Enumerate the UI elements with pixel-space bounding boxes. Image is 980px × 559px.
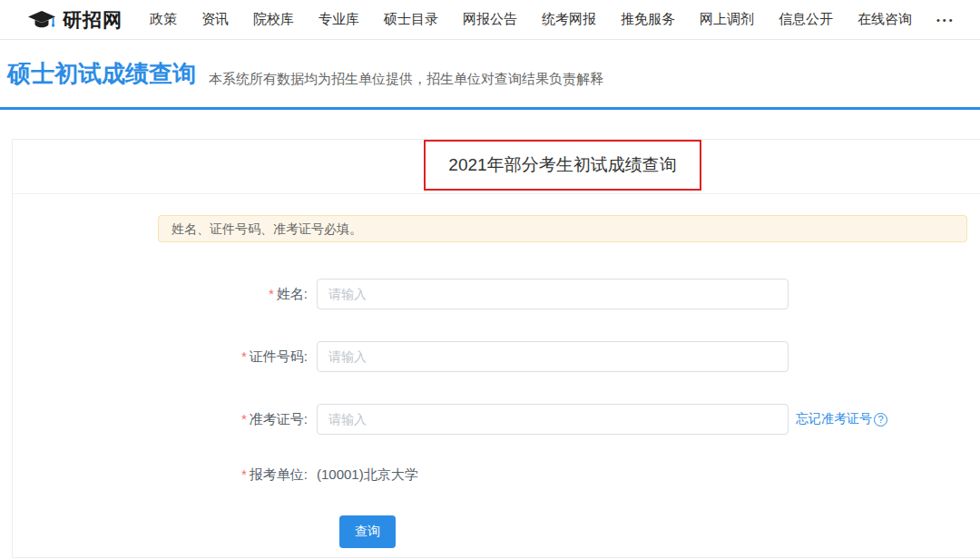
form-row-id-number: *证件号码: [13,341,980,372]
nav-item-online-adjustment[interactable]: 网上调剂 [700,11,754,28]
form-row-institution: *报考单位: (10001)北京大学 [13,466,980,484]
nav-item-major-library[interactable]: 专业库 [318,11,359,28]
form-row-name: *姓名: [13,279,980,309]
required-asterisk: * [269,286,274,301]
submit-row: 查询 [13,515,980,548]
ticket-number-label: *准考证号: [13,411,317,428]
nav-item-online-announcement[interactable]: 网报公告 [463,11,517,28]
required-fields-notice: 姓名、证件号码、准考证号必填。 [158,215,967,242]
forgot-ticket-link[interactable]: 忘记准考证号? [796,411,887,427]
id-number-label: *证件号码: [13,348,317,366]
nav-item-exempt-service[interactable]: 推免服务 [621,11,675,28]
nav-item-policy[interactable]: 政策 [150,11,177,28]
nav-item-online-consult[interactable]: 在线咨询 [858,11,912,28]
main-content: 2021年部分考生初试成绩查询 姓名、证件号码、准考证号必填。 *姓名: *证件… [0,110,980,558]
page-title: 硕士初试成绩查询 [7,58,196,90]
score-query-form: *姓名: *证件号码: *准考证号: 忘记准考证号? [13,279,980,548]
name-label: *姓名: [13,286,317,303]
required-asterisk: * [241,466,247,482]
required-asterisk: * [241,411,247,427]
query-button[interactable]: 查询 [339,515,396,548]
nav-menu: 政策 资讯 院校库 专业库 硕士目录 网报公告 统考网报 推免服务 网上调剂 信… [150,11,956,28]
graduation-cap-icon [27,10,56,30]
page-header: 硕士初试成绩查询 本系统所有数据均为招生单位提供，招生单位对查询结果负责解释 [0,40,980,107]
annotation-highlight-box: 2021年部分考生初试成绩查询 [424,140,701,191]
card-header: 2021年部分考生初试成绩查询 [13,140,980,194]
form-row-ticket-number: *准考证号: 忘记准考证号? [13,404,980,435]
card-title: 2021年部分考生初试成绩查询 [448,153,676,177]
more-icon[interactable]: ••• [936,15,956,25]
institution-value: (10001)北京大学 [317,466,418,484]
nav-item-college-library[interactable]: 院校库 [253,11,294,28]
site-logo-text: 研招网 [63,7,122,33]
id-number-input[interactable] [317,341,789,372]
question-circle-icon: ? [874,413,887,427]
page-subtitle: 本系统所有数据均为招生单位提供，招生单位对查询结果负责解释 [209,71,603,88]
query-card: 2021年部分考生初试成绩查询 姓名、证件号码、准考证号必填。 *姓名: *证件… [12,139,980,558]
nav-item-info-disclosure[interactable]: 信息公开 [779,11,833,28]
top-navigation: 研招网 政策 资讯 院校库 专业库 硕士目录 网报公告 统考网报 推免服务 网上… [0,0,980,40]
site-logo[interactable]: 研招网 [27,7,122,33]
required-asterisk: * [241,348,247,364]
name-input[interactable] [317,279,789,309]
institution-label: *报考单位: [13,466,317,484]
nav-item-news[interactable]: 资讯 [201,11,229,28]
ticket-number-input[interactable] [317,404,789,435]
nav-item-master-catalog[interactable]: 硕士目录 [384,11,438,28]
nav-item-unified-exam[interactable]: 统考网报 [542,11,596,28]
